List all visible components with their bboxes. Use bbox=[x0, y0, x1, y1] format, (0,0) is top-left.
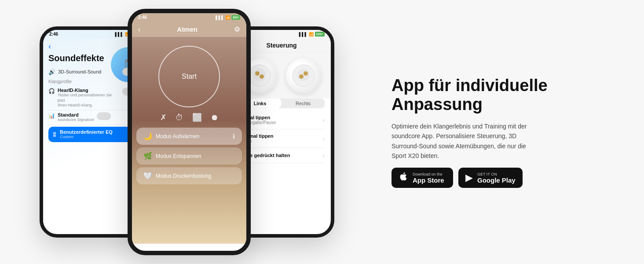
mode-aufwarmen-label: Modus Aufwärmen bbox=[156, 133, 199, 139]
settings-center-icon[interactable]: ⚙ bbox=[234, 25, 240, 33]
signal-icons-center: ▌▌▌ 📶 63+ bbox=[216, 15, 240, 20]
mode-druckentlastung-btn[interactable]: 🤍 Modus Druckentlastung bbox=[136, 167, 242, 184]
phones-area: 2:46 ▌▌▌ 📶 3 🎵 ‹ Soundeffekte 🔊 3D-Surro… bbox=[26, 0, 356, 264]
timer-icon: ⏱ bbox=[176, 113, 183, 122]
wifi-right-icon: 📶 bbox=[309, 32, 314, 37]
3d-surround-label: 3D-Surround-Sound bbox=[58, 69, 101, 74]
record-icon: ⏺ bbox=[211, 113, 219, 122]
chevron-zweimal: › bbox=[322, 135, 325, 142]
info-panel: App für individuelle Anpassung Optimiere… bbox=[356, 76, 618, 188]
svg-point-6 bbox=[304, 71, 308, 76]
svg-point-2 bbox=[255, 71, 260, 76]
chevron-lange: › bbox=[322, 152, 325, 159]
battery-right: GS+ bbox=[315, 32, 325, 37]
moon-icon: 🌙 bbox=[143, 132, 152, 140]
heart-icon: 🤍 bbox=[143, 172, 152, 180]
control-lange-gedrueckt[interactable]: Lange gedrückt halten › bbox=[238, 148, 325, 163]
control-einmal-tippen[interactable]: Einmal tippen Wiedergabe/Pause › bbox=[238, 111, 325, 129]
hearid-name: HearID-Klang bbox=[58, 88, 120, 93]
atmen-body: Start ✗ ⏱ ⬜ ⏺ 🌙 Modus Aufwärmen ℹ 🌿 bbox=[132, 37, 246, 244]
mode-entspannen-btn[interactable]: 🌿 Modus Entspannen bbox=[136, 147, 242, 165]
mode-druckentlastung-label: Modus Druckentlastung bbox=[156, 173, 211, 179]
signal-right-icon: ▌▌▌ bbox=[299, 32, 307, 37]
phone-center: 2:46 ▌▌▌ 📶 63+ ‹ Atmen ⚙ Start ✗ ⏱ bbox=[128, 9, 251, 255]
mode-entspannen-label: Modus Entspannen bbox=[156, 153, 201, 159]
left-phone-content: 🎵 ‹ Soundeffekte 🔊 3D-Surround-Sound Kla… bbox=[43, 38, 142, 233]
toggle-label-area: 🔊 3D-Surround-Sound bbox=[48, 69, 101, 75]
status-bar-left: 2:46 ▌▌▌ 📶 3 bbox=[43, 30, 142, 38]
hearid-desc: Testen und personalisieren Sie jetztIhre… bbox=[58, 93, 120, 108]
google-play-button[interactable]: ▶ GET IT ON Google Play bbox=[458, 168, 523, 188]
standard-icon: 📊 bbox=[48, 113, 55, 119]
description-text: Optimiere dein Klangerlebnis und Trainin… bbox=[392, 121, 541, 161]
signal-center-icon: ▌▌▌ bbox=[216, 15, 224, 20]
lr-tabs: Links Rechts bbox=[238, 99, 325, 108]
custom-eq-desc: Custom bbox=[60, 135, 113, 140]
tab-rechts[interactable]: Rechts bbox=[282, 99, 325, 108]
hearid-info: HearID-Klang Testen und personalisieren … bbox=[58, 88, 120, 108]
signal-icon: ▌▌▌ bbox=[115, 32, 123, 37]
hearid-profile-item[interactable]: 🎧 HearID-Klang Testen und personalisiere… bbox=[48, 86, 136, 110]
surround-icon: 🔊 bbox=[48, 69, 55, 75]
standard-info: Standard soundcore Signature bbox=[58, 112, 94, 123]
3d-surround-toggle-row: 🔊 3D-Surround-Sound bbox=[48, 68, 136, 76]
start-label: Start bbox=[182, 73, 197, 81]
app-store-button[interactable]: Download on the App Store bbox=[392, 168, 453, 188]
signal-icons-right: ▌▌▌ 📶 GS+ bbox=[299, 32, 325, 37]
info-aufwarmen-icon[interactable]: ℹ bbox=[233, 133, 235, 140]
hearid-icon: 🎧 bbox=[48, 88, 55, 94]
google-play-texts: GET IT ON Google Play bbox=[477, 172, 516, 184]
svg-point-1 bbox=[253, 69, 266, 81]
app-store-texts: Download on the App Store bbox=[413, 172, 444, 184]
google-play-prelabel: GET IT ON bbox=[477, 172, 516, 176]
wifi-center-icon: 📶 bbox=[225, 15, 230, 20]
time-left: 2:46 bbox=[49, 32, 58, 37]
custom-eq-icon: 🎛 bbox=[52, 132, 57, 138]
atmen-header: ‹ Atmen ⚙ bbox=[132, 22, 246, 37]
svg-point-7 bbox=[299, 74, 304, 79]
mode-aufwarmen-btn[interactable]: 🌙 Modus Aufwärmen ℹ bbox=[136, 128, 242, 145]
store-buttons: Download on the App Store ▶ GET IT ON Go… bbox=[392, 168, 591, 188]
custom-eq-profile-item[interactable]: 🎛 Benutzerdefinierter EQ Custom ✓ bbox=[48, 127, 136, 143]
svg-point-3 bbox=[260, 74, 264, 79]
mode-buttons-list: 🌙 Modus Aufwärmen ℹ 🌿 Modus Entspannen 🤍… bbox=[136, 128, 242, 184]
earbud-right-img bbox=[286, 58, 321, 93]
custom-eq-info: Benutzerdefinierter EQ Custom bbox=[60, 129, 113, 140]
main-title: App für individuelle Anpassung bbox=[392, 76, 591, 114]
control-zweimal-tippen[interactable]: Zweimal tippen Zurück › bbox=[238, 129, 325, 148]
google-play-icon: ▶ bbox=[465, 172, 473, 183]
standard-desc: soundcore Signature bbox=[58, 117, 94, 123]
app-store-prelabel: Download on the bbox=[413, 172, 444, 176]
standard-profile-item[interactable]: 📊 Standard soundcore Signature bbox=[48, 110, 136, 125]
cross-icon: ✗ bbox=[160, 113, 167, 122]
box-icon: ⬜ bbox=[192, 113, 202, 122]
app-store-label: App Store bbox=[413, 176, 444, 184]
atmen-title: Atmen bbox=[140, 26, 234, 33]
main-container: 2:46 ▌▌▌ 📶 3 🎵 ‹ Soundeffekte 🔊 3D-Surro… bbox=[0, 0, 644, 264]
status-bar-center: 2:46 ▌▌▌ 📶 63+ bbox=[132, 13, 246, 22]
breathing-circle[interactable]: Start bbox=[158, 46, 220, 107]
apple-icon bbox=[399, 172, 408, 184]
leaf-icon: 🌿 bbox=[143, 152, 152, 160]
custom-eq-name: Benutzerdefinierter EQ bbox=[60, 129, 113, 135]
svg-point-5 bbox=[297, 69, 310, 81]
google-play-label: Google Play bbox=[477, 176, 516, 184]
mode-icons-row: ✗ ⏱ ⬜ ⏺ bbox=[160, 113, 219, 122]
chevron-einmal: › bbox=[322, 117, 325, 124]
standard-toggle[interactable] bbox=[97, 112, 111, 120]
battery-center: 63+ bbox=[231, 15, 240, 20]
standard-name: Standard bbox=[58, 112, 94, 117]
time-center: 2:46 bbox=[138, 15, 147, 20]
